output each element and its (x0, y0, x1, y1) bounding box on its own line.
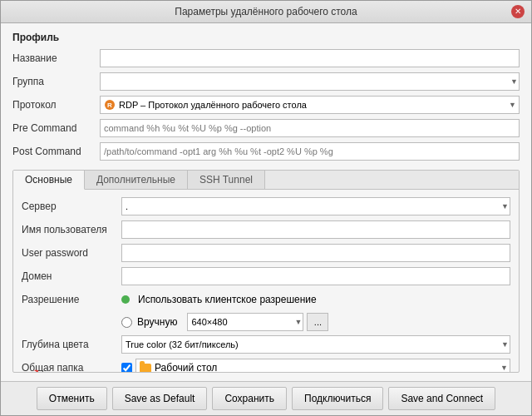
protocol-label: Протокол (12, 99, 100, 111)
titlebar: Параметры удалённого рабочего стола ✕ (1, 1, 531, 23)
profile-section-title: Профиль (12, 32, 520, 43)
color-depth-row: Глубина цвета True color (32 бит/пиксель… (22, 334, 510, 354)
res-select[interactable]: 640×480 (187, 313, 303, 331)
group-label: Группа (12, 76, 100, 87)
manual-label: Вручную (137, 316, 177, 328)
close-button[interactable]: ✕ (511, 5, 525, 18)
resolution-row: Разрешение Использовать клиентское разре… (22, 290, 510, 310)
use-client-res-option: Использовать клиентское разрешение (121, 294, 317, 305)
group-row: Группа ▼ (12, 72, 520, 92)
tab-ssh-tunnel[interactable]: SSH Tunnel (188, 171, 265, 189)
username-row: Имя пользователя (22, 220, 510, 240)
tab-basic[interactable]: Основные (13, 171, 85, 190)
protocol-value: RDP – Протокол удалённого рабочего стола (119, 100, 307, 110)
bottom-bar: Отменить Save as Default Сохранить Подкл… (1, 381, 531, 415)
pre-command-input[interactable] (100, 119, 520, 137)
name-row: Название (12, 48, 520, 68)
save-button[interactable]: Сохранить (212, 387, 287, 410)
post-command-input[interactable] (100, 142, 520, 161)
tabs-header: Основные Дополнительные SSH Tunnel (13, 171, 519, 190)
resolution-label: Разрешение (22, 294, 121, 305)
username-label: Имя пользователя (22, 224, 121, 235)
pre-command-row: Pre Command (12, 118, 520, 138)
color-depth-dropdown: True color (32 бит/пиксель) ▼ (121, 335, 510, 354)
shared-folder-group: Рабочий стол ▼ (121, 359, 510, 372)
manual-radio[interactable] (121, 317, 132, 328)
window-title: Параметры удалённого рабочего стола (175, 6, 357, 17)
res-select-wrapper: 640×480 ▼ (187, 313, 303, 331)
shared-folder-text: Рабочий стол (155, 362, 217, 372)
profile-section: Профиль Название Группа ▼ Протокол (12, 32, 520, 165)
arrow-indicator: ↗ (30, 366, 40, 372)
tab-advanced[interactable]: Дополнительные (85, 171, 188, 189)
protocol-dropdown-wrapper[interactable]: R RDP – Протокол удалённого рабочего сто… (100, 96, 520, 114)
post-command-label: Post Command (12, 146, 100, 157)
use-client-res-label: Использовать клиентское разрешение (138, 294, 317, 305)
shared-folder-row: Общая папка Рабочий стол ▼ ↗ (22, 358, 510, 372)
domain-row: Домен (22, 266, 510, 286)
res-dropdown-wrapper: 640×480 ▼ ... (187, 313, 328, 331)
pre-command-label: Pre Command (12, 122, 100, 134)
group-input[interactable] (100, 72, 520, 91)
shared-folder-value-display[interactable]: Рабочий стол ▼ (135, 359, 510, 372)
post-command-row: Post Command (12, 141, 520, 161)
server-row: Сервер ▼ (22, 196, 510, 216)
name-label: Название (12, 52, 100, 64)
color-depth-select[interactable]: True color (32 бит/пиксель) (121, 335, 510, 354)
rdp-icon: R (104, 99, 116, 111)
password-label: User password (22, 247, 121, 259)
color-depth-label: Глубина цвета (22, 339, 121, 350)
domain-label: Домен (22, 270, 121, 282)
protocol-select[interactable]: R RDP – Протокол удалённого рабочего сто… (100, 96, 520, 114)
protocol-row: Протокол R RDP – Протокол удалённого раб… (12, 95, 520, 115)
username-input[interactable] (121, 220, 510, 239)
manual-res-row: Вручную 640×480 ▼ ... (121, 313, 510, 331)
green-radio-dot (121, 295, 130, 304)
tabs-container: Основные Дополнительные SSH Tunnel Серве… (12, 170, 520, 373)
name-input[interactable] (100, 49, 520, 67)
password-row: User password (22, 243, 510, 263)
save-connect-button[interactable]: Save and Connect (388, 387, 495, 410)
connect-button[interactable]: Подключиться (292, 387, 383, 410)
save-default-button[interactable]: Save as Default (112, 387, 208, 410)
group-dropdown-wrapper: ▼ (100, 72, 520, 91)
folder-icon (140, 364, 151, 373)
svg-text:R: R (107, 102, 112, 109)
server-input[interactable] (121, 197, 510, 215)
shared-folder-dropdown-arrow: ▼ (500, 364, 508, 372)
basic-tab-content: Сервер ▼ Имя пользователя User password (13, 190, 519, 372)
res-more-button[interactable]: ... (307, 313, 328, 331)
server-label: Сервер (22, 201, 121, 212)
password-input[interactable] (121, 244, 510, 262)
main-content: Профиль Название Группа ▼ Протокол (1, 23, 531, 381)
cancel-button[interactable]: Отменить (37, 387, 107, 410)
main-window: Параметры удалённого рабочего стола ✕ Пр… (0, 0, 532, 416)
domain-input[interactable] (121, 267, 510, 285)
shared-folder-dropdown-wrapper: Рабочий стол ▼ (135, 359, 510, 372)
server-dropdown-wrapper: ▼ (121, 197, 510, 215)
shared-folder-checkbox[interactable] (121, 363, 132, 373)
